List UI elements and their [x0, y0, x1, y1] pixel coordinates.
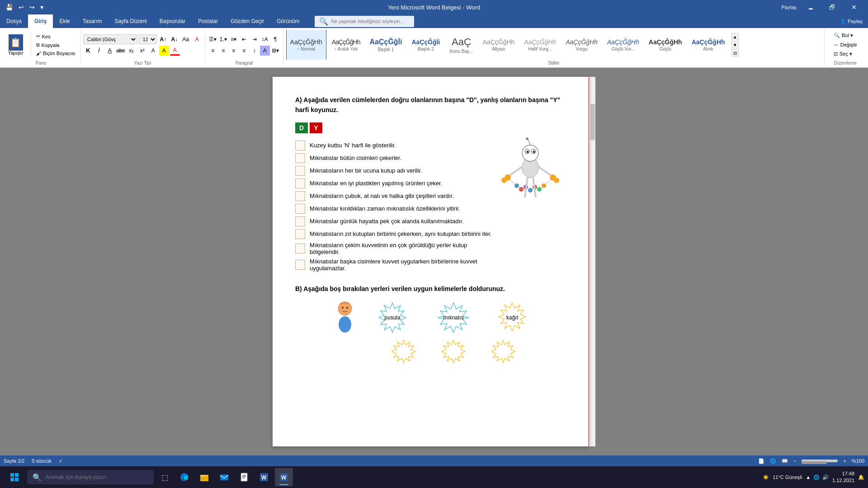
taskbar-app-explorer[interactable] — [195, 468, 213, 486]
cut-button[interactable]: ✂ Kes — [34, 33, 77, 40]
style-heading2[interactable]: AaÇçĞğİi Başlık 2 — [408, 30, 444, 60]
checkbox-2[interactable] — [295, 153, 305, 163]
font-color-button[interactable]: A — [170, 46, 180, 56]
tab-tasarim[interactable]: Tasarım — [76, 14, 108, 28]
tab-gorunum[interactable]: Görünüm — [270, 14, 306, 28]
minimize-button[interactable]: 🗕 — [800, 0, 821, 14]
sort-button[interactable]: ↕A — [260, 34, 270, 44]
customize-quick-access-button[interactable]: ▾ — [38, 3, 45, 12]
borders-button[interactable]: ⊞▾ — [270, 46, 280, 56]
format-painter-button[interactable]: 🖌 Biçim Boyacısı — [34, 50, 77, 57]
increase-indent-button[interactable]: ⇥ — [250, 34, 259, 44]
checkbox-8[interactable] — [295, 229, 305, 239]
clock[interactable]: 17:48 1.12.2021 — [832, 470, 854, 484]
style-intense-emphasis[interactable]: AaÇçĞğHh Güçlü Vur... — [603, 30, 643, 60]
volume-icon[interactable]: 🔊 — [822, 474, 829, 480]
replace-button[interactable]: ↔ Değiştir — [831, 41, 860, 48]
start-button[interactable] — [4, 466, 25, 488]
style-subtitle[interactable]: AaÇçĞğHh Altyazı — [479, 30, 519, 60]
tab-basvurular[interactable]: Başvurular — [153, 14, 192, 28]
scroll-thumb[interactable] — [590, 104, 595, 140]
find-button[interactable]: 🔍 Bul ▾ — [831, 32, 860, 39]
gallery-down-button[interactable]: ▼ — [731, 41, 739, 48]
clear-format-button[interactable]: A — [192, 34, 202, 44]
gallery-up-button[interactable]: ▲ — [731, 33, 739, 40]
redo-button[interactable]: ↪ — [28, 3, 37, 12]
scrollbar[interactable] — [589, 77, 595, 446]
view-web-icon[interactable]: 🌐 — [770, 458, 776, 464]
subscript-button[interactable]: x₂ — [127, 46, 137, 56]
style-quote[interactable]: AaÇçĞğHh Alıntı — [688, 30, 729, 60]
taskbar-app-word[interactable]: W — [255, 468, 273, 486]
zoom-plus[interactable]: + — [843, 458, 846, 464]
taskbar-app-word-active[interactable]: W — [275, 468, 293, 486]
notification-icon[interactable]: 🔔 — [858, 474, 864, 480]
view-read-icon[interactable]: 📖 — [782, 458, 788, 464]
gallery-expand-button[interactable]: ⊟ — [731, 49, 739, 56]
zoom-slider[interactable] — [802, 460, 838, 462]
checkbox-9[interactable] — [295, 244, 305, 253]
undo-button[interactable]: ↩ — [17, 3, 26, 12]
checkbox-5[interactable] — [295, 191, 305, 201]
numbered-list-button[interactable]: 1.▾ — [218, 34, 228, 44]
show-formatting-button[interactable]: ¶ — [270, 34, 280, 44]
change-case-button[interactable]: Aa — [181, 34, 191, 44]
restore-button[interactable]: 🗗 — [822, 0, 843, 14]
checkbox-3[interactable] — [295, 166, 305, 176]
chevron-up-icon[interactable]: ▲ — [806, 474, 811, 480]
shading-button[interactable]: A — [260, 46, 270, 56]
save-button[interactable]: 💾 — [4, 3, 15, 12]
bold-button[interactable]: K — [83, 46, 93, 56]
tab-dosya[interactable]: Dosya — [0, 14, 28, 28]
checkbox-10[interactable] — [295, 260, 305, 270]
view-print-icon[interactable]: 📄 — [758, 458, 764, 464]
tab-postalar[interactable]: Postalar — [192, 14, 224, 28]
close-button[interactable]: ✕ — [844, 0, 864, 14]
underline-button[interactable]: A — [105, 46, 115, 56]
style-subtle-emphasis[interactable]: AaÇçĞğHh Hafif Vurg... — [520, 30, 560, 60]
style-heading1[interactable]: AaÇçĞğİi Başlık 1 — [365, 30, 406, 60]
checkbox-4[interactable] — [295, 178, 305, 188]
line-spacing-button[interactable]: ↕ — [250, 46, 259, 56]
superscript-button[interactable]: x² — [137, 46, 147, 56]
document-area[interactable]: A) Aşağıda verilen cümlelerden doğru ola… — [0, 68, 868, 455]
task-view-button[interactable]: ⬚ — [156, 468, 174, 486]
style-emphasis[interactable]: AaÇçĞğHh Vurgu — [561, 30, 602, 60]
taskbar-app-mail[interactable] — [215, 468, 233, 486]
taskbar-search-input[interactable] — [45, 474, 148, 480]
multilevel-list-button[interactable]: ≡▾ — [229, 34, 239, 44]
text-effect-button[interactable]: A — [148, 46, 158, 56]
network-icon[interactable]: 🌐 — [813, 474, 820, 480]
tab-gozden-gecir[interactable]: Gözden Geçir — [224, 14, 270, 28]
style-normal[interactable]: AaÇçĞğHh ↑ Normal — [286, 30, 326, 60]
decrease-font-button[interactable]: A↓ — [170, 34, 179, 44]
justify-button[interactable]: ≡ — [239, 46, 249, 56]
paste-button[interactable]: 📋 Yapıştır — [5, 33, 27, 57]
zoom-minus[interactable]: − — [793, 458, 796, 464]
italic-button[interactable]: İ — [94, 46, 104, 56]
tab-giris[interactable]: Giriş — [28, 14, 53, 28]
share-ribbon-button[interactable]: 👤 Paylaş — [835, 14, 868, 28]
text-highlight-button[interactable]: A — [159, 46, 169, 56]
font-name-select[interactable]: Calibri (Gövç — [83, 34, 137, 44]
copy-button[interactable]: ⧉ Kopyala — [34, 41, 77, 49]
share-button[interactable]: Paylaş — [778, 0, 799, 14]
align-center-button[interactable]: ≡ — [218, 46, 228, 56]
align-left-button[interactable]: ≡ — [208, 46, 218, 56]
style-topic[interactable]: AaÇ Konu Baş... — [446, 30, 477, 60]
ribbon-search-input[interactable] — [331, 19, 403, 24]
tab-sayfa-duzeni[interactable]: Sayfa Düzeni — [108, 14, 153, 28]
taskbar-search[interactable]: 🔍 — [27, 470, 154, 484]
tab-ekle[interactable]: Ekle — [53, 14, 76, 28]
decrease-indent-button[interactable]: ⇤ — [239, 34, 249, 44]
checkbox-7[interactable] — [295, 216, 305, 226]
style-strong[interactable]: AaÇçĞğHh Güçlü — [645, 30, 686, 60]
taskbar-app-notepad[interactable] — [235, 468, 253, 486]
checkbox-1[interactable] — [295, 141, 305, 150]
taskbar-app-edge[interactable] — [175, 468, 193, 486]
align-right-button[interactable]: ≡ — [229, 46, 239, 56]
checkbox-6[interactable] — [295, 204, 305, 214]
select-button[interactable]: ⊡ Seç ▾ — [831, 50, 860, 58]
bullet-list-button[interactable]: ☰▾ — [208, 34, 218, 44]
increase-font-button[interactable]: A↑ — [158, 34, 168, 44]
